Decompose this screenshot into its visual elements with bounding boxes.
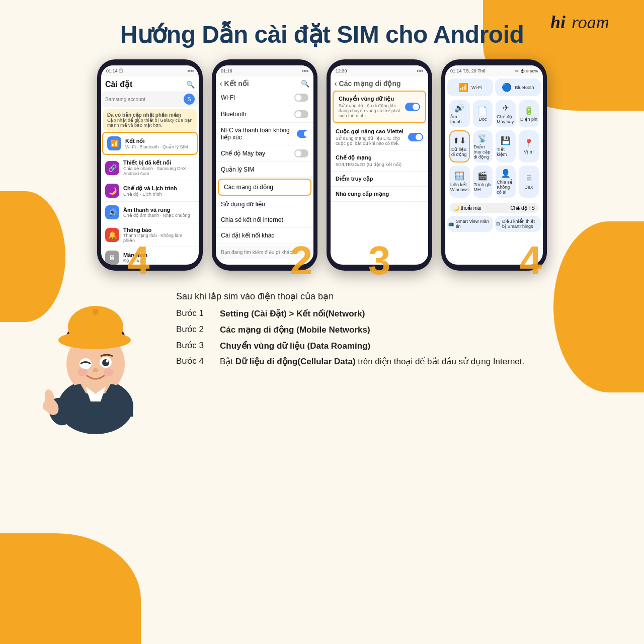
nfc-item[interactable]: NFC và thanh toán không tiếp xúc xyxy=(216,123,313,145)
cac-mang-item[interactable]: Các mạng di động xyxy=(218,179,311,196)
svg-point-11 xyxy=(102,359,109,366)
step4-number: 4 xyxy=(520,240,542,281)
mascot-illustration xyxy=(30,286,161,437)
am-thanh-text: Âm thanh và rung Chế độ âm thanh · Nhạc … xyxy=(123,207,195,218)
che-do-mang-item[interactable]: Chế độ mạng 5G/LTE/3G/2G (tự động kết nố… xyxy=(331,150,428,172)
qs-share[interactable]: 👤Chia sẻ Không có ai xyxy=(496,166,516,198)
phone1-header: Cài đặt 🔍 xyxy=(101,76,199,91)
svg-point-12 xyxy=(106,360,109,363)
phone1-title: Cài đặt xyxy=(105,79,132,89)
qs-sound[interactable]: 🔊Âm thanh xyxy=(449,100,470,127)
svg-text:hi: hi xyxy=(550,12,566,32)
bottom-tiles: 📺Smart View Màn tin ⊞Điều khiển thiết bị… xyxy=(447,216,541,232)
thiet-bi-text: Thiết bị đã kết nối Chia sẻ nhanh · Sams… xyxy=(123,159,195,176)
phone3-header: ‹ Các mạng di động xyxy=(331,76,428,90)
phone3-screen: 12:30 ▪▪▪▪ ‹ Các mạng di động Chuyển vùn… xyxy=(331,65,428,265)
qs-location[interactable]: 📍Vị trí xyxy=(519,130,539,163)
account-bar: Samsung account S xyxy=(101,91,199,107)
wifi-toggle[interactable] xyxy=(294,94,308,102)
phone4-screen: 01:14 T.5, 20 Th6 ✏ ⏻ ⚙ 60% 📶Wi-Fi 🔵Blue… xyxy=(445,65,543,265)
phone3-back[interactable]: ‹ Các mạng di động xyxy=(335,79,401,88)
update-notice: Đã có bản cập nhật phần mềm Cập nhật để … xyxy=(103,109,197,131)
qs-doc[interactable]: 📄Doc xyxy=(473,100,493,127)
chia-se-item[interactable]: Chia sẻ kết nối internet xyxy=(216,212,313,228)
step1-label: Bước 1 xyxy=(176,308,214,318)
qs-main-grid: 🔊Âm thanh 📄Doc ✈Chế độ Máy bay 🔋Điện pin xyxy=(447,98,541,200)
phone1-screen: 01:14 ⓜ ▪▪▪▪ Cài đặt 🔍 Samsung account S… xyxy=(101,65,199,265)
qs-flight[interactable]: ✈Chế độ Máy bay xyxy=(496,100,516,127)
phone2-wrapper: 01:16 ▪▪▪▪ ‹ Kết nối 🔍 Wi-Fi Bluetooth xyxy=(212,59,317,271)
thong-bao-icon: 🔔 xyxy=(105,228,119,242)
thong-bao-item[interactable]: 🔔 Thông báo Thanh trạng thái · Không làm… xyxy=(101,223,199,247)
phone1-mockup: 01:14 ⓜ ▪▪▪▪ Cài đặt 🔍 Samsung account S… xyxy=(97,59,203,271)
qs-smartview[interactable]: 📺Smart View Màn tin xyxy=(447,216,493,232)
may-bay-toggle[interactable] xyxy=(294,149,308,157)
qs-data[interactable]: ⬆⬇Dữ liệu di động xyxy=(449,130,470,163)
thiet-bi-item[interactable]: 🔗 Thiết bị đã kết nối Chia sẻ nhanh · Sa… xyxy=(101,156,199,180)
svg-point-8 xyxy=(93,309,99,315)
step4-label: Bước 4 xyxy=(176,356,214,366)
phone1-search-icon[interactable]: 🔍 xyxy=(186,80,195,89)
qs-battery[interactable]: 🔋Điện pin xyxy=(519,100,539,127)
cuoc-goi-toggle[interactable] xyxy=(408,133,423,141)
content-wrapper: hi roam Hướng Dẫn cài đặt SIM cho Androi… xyxy=(0,0,644,644)
brightness-slider[interactable]: 🌙 thoải mái ⋯ Chế độ TS xyxy=(449,203,539,213)
step1-desc: Setting (Cài Đặt) > Kết nối(Network) xyxy=(220,308,365,320)
phone3-wrapper: 12:30 ▪▪▪▪ ‹ Các mạng di động Chuyển vùn… xyxy=(327,59,432,271)
nfc-toggle[interactable] xyxy=(297,130,308,138)
bottom-section: Sau khi lắp sim vào điện thoại của bạn B… xyxy=(20,286,624,439)
account-avatar: S xyxy=(184,94,195,105)
qs-smartthings[interactable]: ⊞Điều khiển thiết bị SmartThings xyxy=(495,216,541,232)
step2-label: Bước 2 xyxy=(176,324,214,335)
wifi-item[interactable]: Wi-Fi xyxy=(216,90,313,106)
qs-save[interactable]: 💾Tiết kiệm xyxy=(496,130,516,163)
phone2-status: 01:16 ▪▪▪▪ xyxy=(216,65,313,76)
qs-record[interactable]: 🎬Trình ghi MH xyxy=(473,166,493,198)
cuoc-goi-item[interactable]: Cuộc gọi nâng cao Viettel Sử dụng mạng d… xyxy=(331,124,428,150)
bluetooth-toggle[interactable] xyxy=(294,110,308,118)
bluetooth-item[interactable]: Bluetooth xyxy=(216,106,313,123)
qs-top-row: 📶Wi-Fi 🔵Bluetooth xyxy=(447,78,541,96)
mascot-area xyxy=(30,286,161,439)
step3-desc: Chuyển vùng dữ liệu (Data Roaming) xyxy=(220,340,370,352)
ket-noi-text: Kết nối Wi-Fi · Bluetooth · Quản lý SIM xyxy=(125,138,193,149)
che-do-item[interactable]: 🌙 Chế độ và Lịch trình Chế độ · Lịch trì… xyxy=(101,180,199,202)
qs-wifi[interactable]: 📶Wi-Fi xyxy=(447,78,493,96)
su-dung-item[interactable]: Sử dụng dữ liệu xyxy=(216,197,313,212)
step3-number: 3 xyxy=(368,240,391,281)
brand-logo: hi roam xyxy=(548,10,619,38)
nha-cung-cap-item[interactable]: Nhà cung cấp mạng xyxy=(331,187,428,202)
man-hinh-item[interactable]: 🖥 Màn hình Độ sáng... xyxy=(101,247,199,265)
chuyen-vung-toggle[interactable] xyxy=(405,103,420,111)
phone2-screen: 01:16 ▪▪▪▪ ‹ Kết nối 🔍 Wi-Fi Bluetooth xyxy=(216,65,313,265)
phone2-search-icon[interactable]: 🔍 xyxy=(301,79,309,88)
thiet-bi-icon: 🔗 xyxy=(105,161,119,175)
quan-ly-sim-item[interactable]: Quản lý SIM xyxy=(216,162,313,178)
step4-row: Bước 4 Bật Dữ liệu di động(Cellular Data… xyxy=(176,356,614,368)
qs-windows[interactable]: 🪟Liên kết Windows xyxy=(449,166,470,198)
svg-point-15 xyxy=(104,368,114,376)
step2-row: Bước 2 Các mạng di động (Mobile Networks… xyxy=(176,324,614,336)
quick-settings-area: 📶Wi-Fi 🔵Bluetooth 🔊Âm thanh 📄Doc xyxy=(445,76,543,234)
may-bay-item[interactable]: Chế độ Máy bay xyxy=(216,145,313,162)
svg-point-13 xyxy=(93,368,99,372)
qs-hotspot[interactable]: 📡Điểm truy cập di động xyxy=(473,130,493,163)
svg-text:roam: roam xyxy=(572,12,609,32)
qs-dex[interactable]: 🖥DeX xyxy=(519,166,539,198)
phone2-back[interactable]: ‹ Kết nối xyxy=(220,79,249,88)
phone2-header: ‹ Kết nối 🔍 xyxy=(216,76,313,90)
phone4-status: 01:14 T.5, 20 Th6 ✏ ⏻ ⚙ 60% xyxy=(445,65,543,76)
step2-desc: Các mạng di động (Mobile Networks) xyxy=(220,324,370,336)
chuyen-vung-item[interactable]: Chuyển vùng dữ liệu Sử dụng dữ liệu di đ… xyxy=(333,91,426,123)
qs-bluetooth[interactable]: 🔵Bluetooth xyxy=(495,78,541,96)
phone3-status: 12:30 ▪▪▪▪ xyxy=(331,65,428,76)
step1-row: Bước 1 Setting (Cài Đặt) > Kết nối(Netwo… xyxy=(176,308,614,320)
page-title: Hướng Dẫn cài đặt SIM cho Android xyxy=(20,15,624,48)
phone1-wrapper: 01:14 ⓜ ▪▪▪▪ Cài đặt 🔍 Samsung account S… xyxy=(97,59,203,271)
ket-noi-item[interactable]: 📶 Kết nối Wi-Fi · Bluetooth · Quản lý SI… xyxy=(102,132,198,155)
am-thanh-item[interactable]: 🔊 Âm thanh và rung Chế độ âm thanh · Nhạ… xyxy=(101,202,199,223)
svg-point-14 xyxy=(77,368,88,376)
diem-truy-cap-item[interactable]: Điểm truy cập xyxy=(331,172,428,187)
phone4-wrapper: 01:14 T.5, 20 Th6 ✏ ⏻ ⚙ 60% 📶Wi-Fi 🔵Blue… xyxy=(441,59,547,271)
step4-desc: Bật Dữ liệu di động(Cellular Data) trên … xyxy=(220,356,524,368)
